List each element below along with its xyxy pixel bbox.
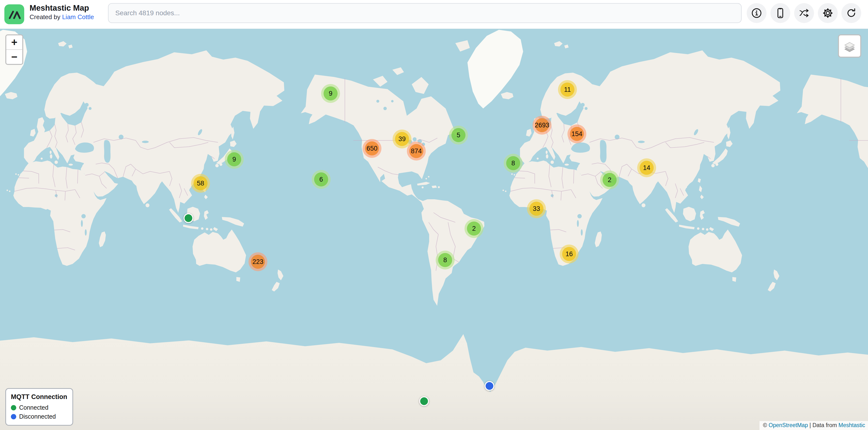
cluster-marker[interactable]: 58 [191, 174, 210, 193]
cluster-marker[interactable]: 11 [558, 80, 577, 99]
cluster-count: 9 [227, 152, 241, 166]
cluster-count: 11 [560, 82, 575, 97]
legend-title: MQTT Connection [11, 393, 68, 401]
cluster-count: 2 [467, 222, 481, 236]
node-marker-disconnected[interactable] [485, 381, 494, 391]
layers-icon [843, 39, 857, 53]
search-input[interactable] [108, 3, 742, 23]
shuffle-icon [798, 7, 810, 19]
cluster-count: 39 [395, 132, 409, 146]
meshtastic-logo-icon [4, 4, 24, 24]
attribution-middle: | Data from [808, 422, 838, 428]
cluster-count: 8 [506, 156, 520, 170]
cluster-count: 14 [640, 161, 654, 175]
node-marker-connected[interactable] [419, 396, 429, 406]
info-button[interactable] [747, 3, 767, 23]
cluster-marker[interactable]: 33 [527, 199, 546, 218]
refresh-button[interactable] [841, 3, 861, 23]
cluster-count: 2693 [535, 118, 549, 132]
map-canvas[interactable]: + − 939650874511269315482143316958622328… [0, 29, 868, 430]
cluster-marker[interactable]: 6 [312, 170, 331, 189]
cluster-marker[interactable]: 8 [504, 154, 523, 173]
meshtastic-link[interactable]: Meshtastic [838, 422, 865, 428]
mobile-icon [775, 7, 786, 19]
cluster-marker[interactable]: 14 [637, 158, 656, 177]
cluster-marker[interactable]: 16 [560, 244, 579, 263]
cluster-count: 8 [438, 253, 452, 267]
search-container [108, 3, 742, 23]
attribution-copyright: © [763, 422, 769, 428]
cluster-count: 9 [323, 87, 338, 100]
legend-rows: ConnectedDisconnected [11, 404, 68, 420]
info-icon [751, 7, 762, 19]
node-marker-connected[interactable] [184, 213, 193, 223]
subtitle-prefix: Created by [30, 13, 62, 21]
cluster-count: 6 [314, 172, 328, 187]
settings-button[interactable] [818, 3, 838, 23]
layers-control[interactable] [838, 34, 861, 58]
legend-label: Disconnected [19, 413, 56, 420]
subtitle: Created by Liam Cottle [30, 13, 94, 21]
cluster-marker[interactable]: 650 [363, 139, 381, 158]
cluster-count: 2 [602, 173, 617, 187]
cluster-marker[interactable]: 9 [321, 84, 340, 103]
meshtastic-map-app: Meshtastic Map Created by Liam Cottle [0, 0, 868, 430]
legend-dot [11, 414, 16, 419]
cluster-marker[interactable]: 9 [225, 150, 244, 169]
zoom-control: + − [5, 34, 23, 65]
cluster-marker[interactable]: 2 [465, 219, 484, 238]
cluster-marker[interactable]: 2693 [533, 116, 552, 135]
cluster-marker[interactable]: 5 [449, 126, 468, 144]
cluster-count: 16 [562, 247, 576, 261]
author-link[interactable]: Liam Cottle [62, 13, 94, 21]
zoom-out-button[interactable]: − [6, 50, 22, 64]
cluster-count: 650 [365, 141, 379, 156]
cluster-count: 33 [529, 202, 544, 216]
osm-link[interactable]: OpenStreetMap [769, 422, 808, 428]
cluster-marker[interactable]: 223 [248, 252, 268, 271]
mqtt-legend: MQTT Connection ConnectedDisconnected [5, 388, 73, 426]
header-bar: Meshtastic Map Created by Liam Cottle [0, 0, 868, 29]
legend-dot [11, 405, 16, 410]
zoom-in-button[interactable]: + [6, 35, 22, 49]
cluster-marker[interactable]: 8 [436, 251, 455, 269]
cluster-marker[interactable]: 874 [407, 142, 426, 161]
legend-item: Disconnected [11, 413, 68, 420]
title-block: Meshtastic Map Created by Liam Cottle [30, 3, 94, 21]
cluster-marker[interactable]: 2 [600, 170, 619, 189]
gear-icon [822, 7, 834, 19]
cluster-marker[interactable]: 154 [567, 125, 586, 143]
refresh-icon [845, 7, 857, 19]
attribution: © OpenStreetMap | Data from Meshtastic [760, 421, 868, 430]
world-basemap [0, 29, 868, 430]
cluster-count: 154 [570, 127, 584, 141]
cluster-count: 223 [251, 255, 265, 269]
cluster-count: 5 [452, 128, 465, 142]
legend-item: Connected [11, 404, 68, 411]
page-title: Meshtastic Map [30, 3, 94, 12]
legend-label: Connected [19, 404, 49, 411]
meshtastic-logo[interactable] [4, 4, 24, 24]
cluster-count: 874 [409, 144, 423, 158]
cluster-count: 58 [193, 176, 208, 190]
mobile-app-button[interactable] [770, 3, 790, 23]
random-node-button[interactable] [794, 3, 814, 23]
